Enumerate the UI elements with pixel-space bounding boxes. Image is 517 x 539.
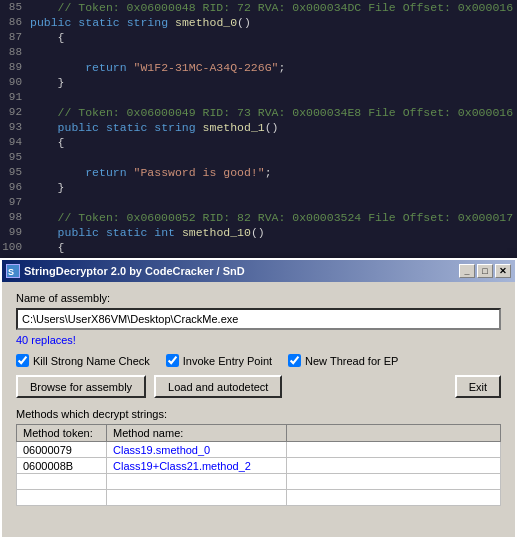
code-line: 100 { [0, 240, 517, 255]
col-header-extra [287, 425, 501, 442]
code-area: 85 // Token: 0x06000048 RID: 72 RVA: 0x0… [0, 0, 517, 260]
load-autodetect-button[interactable]: Load and autodetect [154, 375, 282, 398]
new-thread-ep-checkbox[interactable]: New Thread for EP [288, 354, 398, 367]
kill-strong-name-label: Kill Strong Name Check [33, 355, 150, 367]
methods-table: Method token: Method name: 06000079 Clas… [16, 424, 501, 506]
dialog-window: S StringDecryptor 2.0 by CodeCracker / S… [0, 258, 517, 539]
token-cell: 0600008B [17, 458, 107, 474]
browse-assembly-button[interactable]: Browse for assembly [16, 375, 146, 398]
code-line: 91 [0, 90, 517, 105]
table-header-row: Method token: Method name: [17, 425, 501, 442]
new-thread-ep-label: New Thread for EP [305, 355, 398, 367]
code-line: 85 // Token: 0x06000048 RID: 72 RVA: 0x0… [0, 0, 517, 15]
code-line: 99 public static int smethod_10() [0, 225, 517, 240]
table-row[interactable]: 0600008B Class19+Class21.method_2 [17, 458, 501, 474]
dialog-titlebar: S StringDecryptor 2.0 by CodeCracker / S… [2, 260, 515, 282]
col-header-token: Method token: [17, 425, 107, 442]
col-header-name: Method name: [107, 425, 287, 442]
code-line: 93 public static string smethod_1() [0, 120, 517, 135]
exit-button[interactable]: Exit [455, 375, 501, 398]
kill-strong-name-checkbox[interactable]: Kill Strong Name Check [16, 354, 150, 367]
table-row-empty [17, 490, 501, 506]
code-line: 96 } [0, 180, 517, 195]
code-line: 95 [0, 150, 517, 165]
code-line: 94 { [0, 135, 517, 150]
code-line: 95 return "Password is good!"; [0, 165, 517, 180]
code-line: 90 } [0, 75, 517, 90]
invoke-entry-point-checkbox[interactable]: Invoke Entry Point [166, 354, 272, 367]
assembly-input[interactable] [16, 308, 501, 330]
extra-cell [287, 442, 501, 458]
table-row[interactable]: 06000079 Class19.smethod_0 [17, 442, 501, 458]
code-line: 98 // Token: 0x06000052 RID: 82 RVA: 0x0… [0, 210, 517, 225]
code-line: 87 { [0, 30, 517, 45]
svg-text:S: S [8, 267, 14, 277]
replaces-text: 40 replaces! [16, 334, 501, 346]
methods-label: Methods which decrypt strings: [16, 408, 501, 420]
dialog-title: StringDecryptor 2.0 by CodeCracker / SnD [24, 265, 459, 277]
assembly-label: Name of assembly: [16, 292, 501, 304]
checkboxes-row: Kill Strong Name Check Invoke Entry Poin… [16, 354, 501, 367]
name-cell: Class19+Class21.method_2 [107, 458, 287, 474]
token-cell: 06000079 [17, 442, 107, 458]
maximize-button[interactable]: □ [477, 264, 493, 278]
title-buttons: _ □ ✕ [459, 264, 511, 278]
minimize-button[interactable]: _ [459, 264, 475, 278]
buttons-row: Browse for assembly Load and autodetect … [16, 375, 501, 398]
code-line: 89 return "W1F2-31MC-A34Q-226G"; [0, 60, 517, 75]
dialog-icon: S [6, 264, 20, 278]
table-row-empty [17, 474, 501, 490]
code-line: 86 public static string smethod_0() [0, 15, 517, 30]
extra-cell [287, 458, 501, 474]
code-line: 92 // Token: 0x06000049 RID: 73 RVA: 0x0… [0, 105, 517, 120]
code-line: 88 [0, 45, 517, 60]
dialog-body: Name of assembly: 40 replaces! Kill Stro… [2, 282, 515, 514]
close-button[interactable]: ✕ [495, 264, 511, 278]
name-cell: Class19.smethod_0 [107, 442, 287, 458]
code-line: 97 [0, 195, 517, 210]
invoke-entry-point-label: Invoke Entry Point [183, 355, 272, 367]
